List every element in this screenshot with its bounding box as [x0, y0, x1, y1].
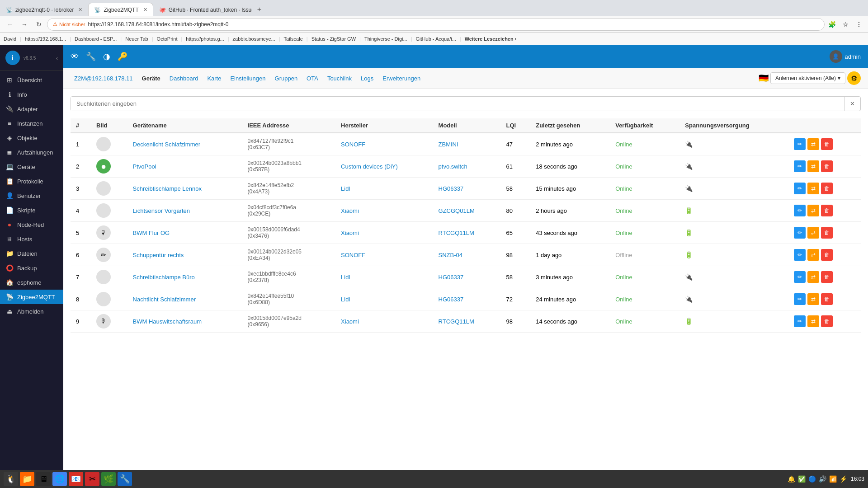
manufacturer-link[interactable]: Xiaomi [341, 230, 359, 236]
breadcrumb-link[interactable]: Z2M@192.168.178.11 [71, 73, 137, 84]
bookmark-zigstar[interactable]: Status - ZigStar GW [311, 36, 356, 42]
sidebar-collapse-button[interactable]: ‹ [56, 55, 58, 61]
sidebar-item-dateien[interactable]: 📁 Dateien [0, 246, 63, 261]
sidebar-item-info[interactable]: ℹ Info [0, 87, 63, 102]
copy-button[interactable]: ⇄ [807, 160, 819, 172]
tab-1[interactable]: 📡 zigbee2mqtt-0 · lobroker ✕ [0, 3, 88, 16]
sidebar-item-aufzahlungen[interactable]: ≣ Aufzählungen [0, 145, 63, 160]
taskbar-chrome[interactable]: 🌐 [52, 472, 67, 486]
manufacturer-link[interactable]: Lidl [341, 185, 350, 192]
sidebar-item-objekte[interactable]: ◈ Objekte [0, 131, 63, 145]
bookmark-ip[interactable]: https://192.168.1... [25, 36, 66, 42]
delete-button[interactable]: 🗑 [821, 138, 833, 150]
device-name-link[interactable]: BWM Hauswitschaftsraum [133, 318, 202, 325]
device-name-link[interactable]: Schuppentür rechts [133, 252, 184, 258]
device-name-link[interactable]: Schreibtischlampe Lennox [133, 185, 202, 192]
bookmark-tailscale[interactable]: Tailscale [284, 36, 303, 42]
copy-button[interactable]: ⇄ [807, 315, 819, 327]
device-name-link[interactable]: Nachtlicht Schlafzimmer [133, 296, 196, 303]
edit-button[interactable]: ✏ [794, 249, 806, 261]
device-name-link[interactable]: BWM Flur OG [133, 230, 170, 236]
bookmark-thingiverse[interactable]: Thingiverse - Digi... [364, 36, 407, 42]
delete-button[interactable]: 🗑 [821, 205, 833, 216]
tab-3[interactable]: 🐙 GitHub · Fronted auth_token · Issue #1… [153, 3, 253, 16]
sidebar-item-ubersicht[interactable]: ⊞ Übersicht [0, 73, 63, 87]
sidebar-item-hosts[interactable]: 🖥 Hosts [0, 232, 63, 246]
delete-button[interactable]: 🗑 [821, 315, 833, 327]
copy-button[interactable]: ⇄ [807, 227, 819, 239]
copy-button[interactable]: ⇄ [807, 249, 819, 261]
edit-button[interactable]: ✏ [794, 138, 806, 150]
nav-touchlink[interactable]: Touchlink [324, 73, 355, 84]
model-link[interactable]: HG06337 [439, 274, 464, 281]
theme-icon[interactable]: ◑ [103, 52, 110, 61]
address-bar[interactable]: ⚠ Nicht sicher https://192.168.178.64:80… [47, 18, 825, 31]
edit-button[interactable]: ✏ [794, 205, 806, 216]
taskbar-filezilla[interactable]: ✂ [85, 472, 99, 486]
delete-button[interactable]: 🗑 [821, 249, 833, 261]
taskbar-green[interactable]: 🌿 [101, 472, 116, 486]
nav-gruppen[interactable]: Gruppen [271, 73, 302, 84]
copy-button[interactable]: ⇄ [807, 293, 819, 305]
search-input[interactable] [71, 97, 844, 111]
edit-button[interactable]: ✏ [794, 315, 806, 327]
copy-button[interactable]: ⇄ [807, 271, 819, 283]
taskbar-start[interactable]: 🐧 [4, 472, 18, 486]
bookmark-more[interactable]: Weitere Lesezeichen › [465, 36, 517, 42]
manufacturer-link[interactable]: Xiaomi [341, 318, 359, 325]
manufacturer-link[interactable]: SONOFF [341, 252, 365, 258]
menu-icon[interactable]: ⋮ [854, 19, 864, 30]
bookmark-octoprint[interactable]: OctoPrint [157, 36, 178, 42]
sidebar-item-abmelden[interactable]: ⏏ Abmelden [0, 304, 63, 319]
delete-button[interactable]: 🗑 [821, 227, 833, 239]
back-button[interactable]: ← [4, 18, 16, 31]
sidebar-item-node-red[interactable]: ● Node-Red [0, 217, 63, 232]
model-link[interactable]: HG06337 [439, 296, 464, 303]
delete-button[interactable]: 🗑 [821, 271, 833, 283]
sidebar-item-benutzer[interactable]: 👤 Benutzer [0, 188, 63, 203]
copy-button[interactable]: ⇄ [807, 138, 819, 150]
sidebar-item-protokolle[interactable]: 📋 Protokolle [0, 174, 63, 188]
language-flag[interactable]: 🇩🇪 [759, 73, 769, 83]
bookmark-dashboard[interactable]: Dashboard - ESP... [75, 36, 117, 42]
manufacturer-link[interactable]: Lidl [341, 274, 350, 281]
key-icon[interactable]: 🔑 [118, 52, 127, 61]
bookmark-neuer-tab[interactable]: Neuer Tab [125, 36, 148, 42]
bookmark-github[interactable]: GitHub - Acqua/i... [416, 36, 456, 42]
manufacturer-link[interactable]: Custom devices (DiY) [341, 163, 398, 170]
edit-button[interactable]: ✏ [794, 293, 806, 305]
delete-button[interactable]: 🗑 [821, 160, 833, 172]
taskbar-network[interactable]: 🔧 [118, 472, 132, 486]
nav-ota[interactable]: OTA [303, 73, 322, 84]
model-link[interactable]: GZCGQ01LM [439, 207, 475, 214]
taskbar-mail[interactable]: 📧 [69, 472, 83, 486]
tab2-close[interactable]: ✕ [143, 7, 147, 13]
settings-yellow-button[interactable]: ⚙ [847, 71, 861, 85]
join-button[interactable]: Anlernen aktivieren (Alle) ▾ [770, 72, 845, 84]
tools-icon[interactable]: 🔧 [86, 52, 96, 61]
user-menu[interactable]: 👤 admin [830, 50, 861, 63]
bookmark-icon[interactable]: ☆ [840, 19, 851, 30]
visibility-icon[interactable]: 👁 [71, 52, 79, 61]
edit-button[interactable]: ✏ [794, 160, 806, 172]
model-link[interactable]: SNZB-04 [439, 252, 462, 258]
bookmark-photos[interactable]: https://photos.g... [186, 36, 224, 42]
sidebar-item-skripte[interactable]: 📄 Skripte [0, 203, 63, 217]
sidebar-item-adapter[interactable]: 🔌 Adapter [0, 102, 63, 116]
search-clear-button[interactable]: ✕ [844, 97, 860, 111]
manufacturer-link[interactable]: Xiaomi [341, 207, 359, 214]
nav-logs[interactable]: Logs [357, 73, 377, 84]
copy-button[interactable]: ⇄ [807, 183, 819, 194]
edit-button[interactable]: ✏ [794, 227, 806, 239]
device-name-link[interactable]: Deckenlicht Schlafzimmer [133, 141, 201, 148]
nav-erweiterungen[interactable]: Erweiterungen [379, 73, 424, 84]
device-name-link[interactable]: PtvoPool [133, 163, 156, 170]
model-link[interactable]: ZBMINI [439, 141, 458, 148]
bookmark-zabbix[interactable]: zabbix.bossmeye... [233, 36, 275, 42]
taskbar-files[interactable]: 📁 [20, 472, 34, 486]
model-link[interactable]: HG06337 [439, 185, 464, 192]
delete-button[interactable]: 🗑 [821, 293, 833, 305]
sidebar-item-backup[interactable]: ⭕ Backup [0, 261, 63, 275]
device-name-link[interactable]: Schreibtischlampe Büro [133, 274, 195, 281]
nav-dashboard[interactable]: Dashboard [166, 73, 202, 84]
